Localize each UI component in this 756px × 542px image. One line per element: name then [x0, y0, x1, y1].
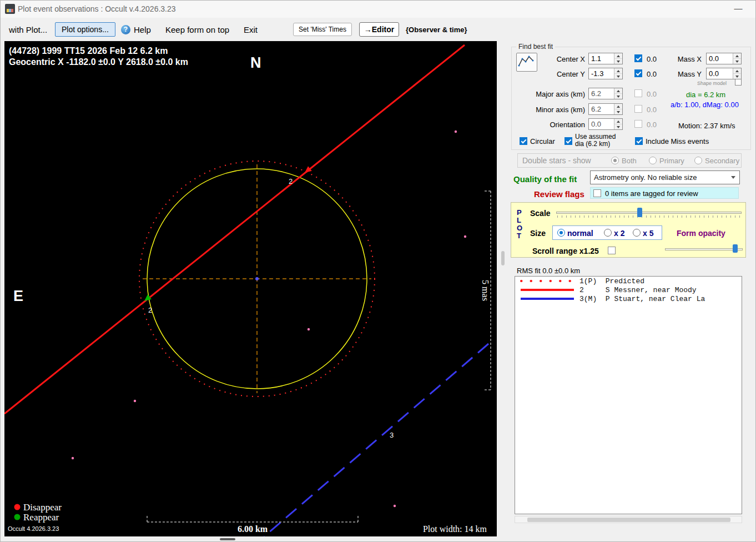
chord-2-line[interactable] — [4, 45, 465, 414]
menu-with-plot[interactable]: with Plot... — [9, 25, 47, 34]
mass-x-spinner[interactable]: 0.0 — [706, 53, 742, 64]
scale-slider[interactable] — [556, 207, 742, 219]
menu-help[interactable]: Help — [134, 25, 151, 34]
minor-axis-label: Minor axis (km) — [531, 106, 585, 114]
size-radio-group: normal x 2 x 5 — [552, 225, 662, 240]
major-axis-fit-checkbox — [634, 89, 642, 97]
size-normal-label: normal — [567, 229, 593, 238]
version-label: Occult 4.2026.3.23 — [8, 525, 59, 532]
reappear-dot-icon — [14, 514, 21, 520]
minimize-button[interactable]: — — [726, 0, 750, 18]
help-icon[interactable]: ? — [121, 25, 130, 34]
spin-up-icon — [735, 55, 739, 57]
center-y-fit-checkbox[interactable] — [634, 69, 642, 77]
center-x-spin-buttons[interactable] — [614, 53, 622, 64]
minor-axis-spinner: 6.2 — [588, 103, 623, 115]
plot-options-button[interactable]: Plot options... — [55, 22, 115, 37]
observation-row[interactable]: 2 S Messner, near Moody — [515, 286, 742, 294]
plot-canvas[interactable]: (44728) 1999 TT15 2026 Feb 12 6.2 km Geo… — [4, 41, 497, 536]
include-miss-label: Include Miss events — [646, 137, 709, 145]
spin-down-icon — [617, 111, 620, 113]
center-y-label: Center Y — [538, 70, 585, 78]
review-flags-text: 0 items are tagged for review — [605, 189, 698, 198]
size-x2-radio[interactable] — [604, 229, 612, 237]
control-panel: Find best fit Center X 1.1 0.0 Mass X 0.… — [509, 42, 754, 531]
north-label: N — [250, 54, 261, 71]
scroll-range-label: Scroll range x1.25 — [532, 247, 599, 255]
observations-listbox[interactable]: 1(P) Predicted 2 S Messner, near Moody 3… — [515, 276, 742, 514]
blue-solid-line-icon — [520, 296, 575, 302]
major-axis-label: Major axis (km) — [531, 90, 585, 98]
scale-slider-thumb[interactable] — [637, 208, 642, 217]
set-miss-times-button[interactable]: Set 'Miss' Times — [293, 23, 352, 36]
menu-exit[interactable]: Exit — [244, 25, 258, 34]
mass-y-spin-buttons[interactable] — [733, 68, 741, 79]
include-miss-checkbox[interactable] — [635, 137, 643, 145]
chord-3-line[interactable] — [264, 344, 488, 536]
form-opacity-label: Form opacity — [677, 229, 725, 238]
editor-button[interactable]: →Editor — [359, 22, 399, 37]
observer-time-label[interactable]: {Observer & time} — [406, 26, 467, 34]
spin-down-icon — [617, 96, 620, 98]
center-x-spinner[interactable]: 1.1 — [588, 53, 623, 64]
double-stars-both-label: Both — [622, 157, 637, 165]
plot-letter-l: L — [517, 216, 521, 224]
observation-row[interactable]: 1(P) Predicted — [515, 277, 742, 285]
field-stars — [72, 131, 466, 507]
splitter-handle[interactable] — [501, 251, 505, 265]
double-stars-primary-radio — [649, 157, 657, 164]
size-normal-radio[interactable] — [557, 229, 565, 237]
red-solid-line-icon — [520, 287, 575, 293]
double-stars-secondary-label: Secondary — [705, 157, 739, 165]
spin-down-icon — [735, 76, 739, 78]
center-y-spin-buttons[interactable] — [614, 68, 622, 79]
observations-hscrollbar-thumb[interactable] — [527, 518, 730, 522]
opacity-slider[interactable] — [665, 244, 743, 255]
minor-axis-fit-checkbox — [634, 105, 642, 113]
review-flags-checkbox[interactable] — [593, 189, 601, 197]
size-x5-label: x 5 — [643, 229, 653, 238]
center-x-fit-checkbox[interactable] — [634, 54, 642, 62]
plot-controls-panel: P L O T Scale Size normal x 2 x 5 Form o… — [511, 202, 746, 258]
circular-checkbox[interactable] — [520, 137, 527, 145]
orientation-fit-checkbox — [634, 120, 642, 128]
opacity-slider-track[interactable] — [665, 248, 743, 250]
shape-model-checkbox[interactable] — [735, 79, 742, 86]
chord-3-label: 3 — [390, 431, 394, 439]
minor-axis-fit-value: 0.0 — [647, 106, 657, 114]
scroll-range-checkbox[interactable] — [608, 247, 616, 254]
major-axis-fit-value: 0.0 — [647, 90, 657, 98]
observations-hscrollbar[interactable] — [515, 516, 742, 523]
spin-up-icon — [617, 70, 620, 72]
dia-label: dia = 6.2 km — [686, 91, 725, 99]
minor-axis-spin-buttons — [614, 104, 622, 114]
spin-down-icon — [617, 61, 620, 63]
center-y-spinner[interactable]: -1.3 — [588, 68, 623, 79]
bottom-scroll-nub[interactable] — [220, 538, 235, 540]
rms-fit-label: RMS fit 0.0 ±0.0 km — [517, 267, 580, 275]
scale-label: Scale — [530, 209, 551, 218]
review-flags-panel: 0 items are tagged for review — [590, 187, 739, 199]
observation-row[interactable]: 3(M) P Stuart, near Clear La — [515, 295, 742, 303]
mass-y-spinner[interactable]: 0.0 — [706, 68, 742, 79]
orientation-fit-value: 0.0 — [647, 121, 657, 129]
motion-label: Motion: 2.37 km/s — [678, 122, 735, 130]
double-stars-title: Double stars - show — [522, 156, 591, 165]
opacity-slider-thumb[interactable] — [733, 244, 738, 253]
use-assumed-checkbox[interactable] — [565, 137, 572, 145]
menu-keep-form-on-top[interactable]: Keep form on top — [165, 25, 229, 34]
mass-x-label: Mass X — [672, 55, 702, 63]
spin-down-icon — [617, 126, 620, 128]
fit-chart-button[interactable] — [516, 53, 537, 72]
quality-dropdown[interactable]: Astrometry only. No reliable size — [590, 170, 740, 184]
size-x5-radio[interactable] — [633, 229, 641, 237]
spin-up-icon — [617, 55, 620, 57]
plot-width-label: Plot width: 14 km — [423, 524, 487, 534]
mass-x-spin-buttons[interactable] — [733, 53, 741, 64]
red-dotted-line-icon — [520, 278, 575, 284]
scale-slider-track[interactable] — [556, 212, 742, 214]
spin-up-icon — [617, 106, 620, 108]
center-y-fit-value: 0.0 — [647, 70, 657, 78]
double-stars-primary-label: Primary — [659, 157, 684, 165]
h-scale-bracket — [147, 515, 358, 522]
